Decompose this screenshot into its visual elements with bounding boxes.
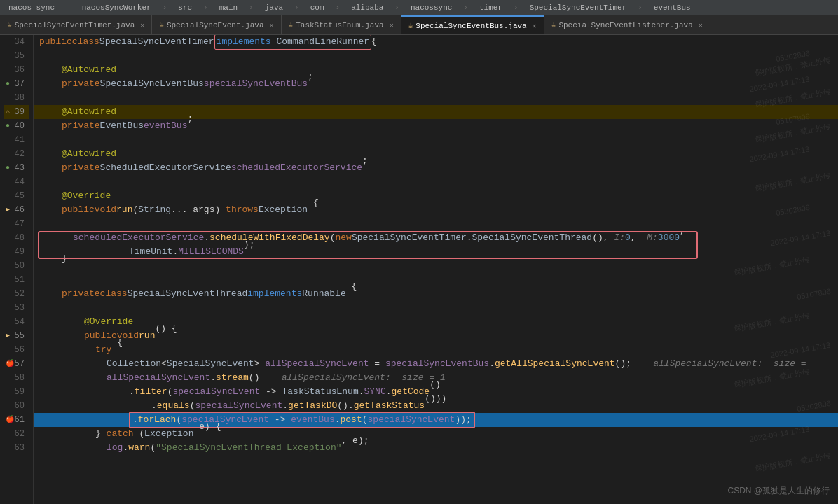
line-num-49: 49 xyxy=(4,245,29,259)
line-num-38: 38 xyxy=(4,91,29,105)
line-numbers: 34 35 36 ●37 38 ⚠39 ●40 41 42 ●43 44 45 … xyxy=(0,35,34,504)
code-line-55: public void run() { xyxy=(34,329,838,343)
code-line-37: private SpecialSyncEventBus specialSyncE… xyxy=(34,77,838,91)
line-num-60: 60 xyxy=(4,399,29,413)
tab-close-4[interactable]: ✕ xyxy=(699,21,703,29)
code-line-40: private EventBus eventBus; xyxy=(34,119,838,133)
line-num-61: 🍎61 xyxy=(4,413,29,427)
code-line-52: private class SpecialSyncEventThread imp… xyxy=(34,287,838,301)
nav-src[interactable]: src xyxy=(175,2,195,13)
tab-close-3[interactable]: ✕ xyxy=(533,22,537,30)
line-num-54: 54 xyxy=(4,315,29,329)
line-num-56: 56 xyxy=(4,343,29,357)
tab-special-sync-event[interactable]: ☕ SpecialSyncEvent.java ✕ xyxy=(152,15,281,34)
code-line-51 xyxy=(34,273,838,287)
line-num-44: 44 xyxy=(4,175,29,189)
code-line-36: @Autowired xyxy=(34,63,838,77)
nav-nacossync[interactable]: nacossync xyxy=(408,2,455,13)
code-line-38 xyxy=(34,91,838,105)
nav-com[interactable]: com xyxy=(308,2,327,13)
code-line-45: @Override xyxy=(34,189,838,203)
line-num-51: 51 xyxy=(4,273,29,287)
code-line-49: TimeUnit.MILLISECONDS); xyxy=(34,245,838,259)
line-num-58: 58 xyxy=(4,371,29,385)
line-num-36: 36 xyxy=(4,63,29,77)
nav-alibaba[interactable]: alibaba xyxy=(348,2,386,13)
line-num-37: ●37 xyxy=(4,77,29,91)
code-line-54: @Override xyxy=(34,315,838,329)
code-line-39: @Autowired xyxy=(34,105,838,119)
line-num-48: 48 xyxy=(4,231,29,245)
line-num-35: 35 xyxy=(4,49,29,63)
tab-special-sync-event-listener[interactable]: ☕ SpecialSyncEventListener.java ✕ xyxy=(544,15,710,34)
code-line-61: .forEach(specialSyncEvent -> eventBus.po… xyxy=(34,413,838,427)
line-num-39: ⚠39 xyxy=(4,105,29,119)
code-line-42: @Autowired xyxy=(34,147,838,161)
line-num-41: 41 xyxy=(4,133,29,147)
code-line-46: public void run(String... args) throws E… xyxy=(34,203,838,217)
line-num-40: ●40 xyxy=(4,119,29,133)
line-num-52: 52 xyxy=(4,287,29,301)
gutter-icon-40: ● xyxy=(6,119,10,133)
line-num-47: 47 xyxy=(4,217,29,231)
nav-timer[interactable]: timer xyxy=(476,2,505,13)
tab-close-1[interactable]: ✕ xyxy=(270,21,274,29)
gutter-icon-55: ▶ xyxy=(6,329,10,343)
gutter-icon-39: ⚠ xyxy=(6,105,10,119)
nav-main[interactable]: main xyxy=(217,2,240,13)
tab-bar: ☕ SpecialSyncEventTimer.java ✕ ☕ Special… xyxy=(0,15,838,35)
line-num-63: 63 xyxy=(4,441,29,455)
nav-java[interactable]: java xyxy=(262,2,286,13)
gutter-icon-61: 🍎 xyxy=(6,413,14,427)
nav-timer-class[interactable]: SpecialSyncEventTimer xyxy=(527,2,630,13)
code-content: public class SpecialSyncEventTimer imple… xyxy=(34,35,838,455)
line-num-50: 50 xyxy=(4,259,29,273)
code-line-50: } xyxy=(34,259,838,273)
line-num-62: 62 xyxy=(4,427,29,441)
code-line-48: scheduledExecutorService.scheduleWithFix… xyxy=(34,231,838,245)
tab-special-sync-event-timer[interactable]: ☕ SpecialSyncEventTimer.java ✕ xyxy=(0,15,152,34)
code-line-57: Collection<SpecialSyncEvent> allSpecialS… xyxy=(34,357,838,371)
line-num-57: 🍎57 xyxy=(4,357,29,371)
code-line-34: public class SpecialSyncEventTimer imple… xyxy=(34,35,838,49)
gutter-icon-46: ▶ xyxy=(6,203,10,217)
nav-nacos-sync-worker[interactable]: nacosSyncWorker xyxy=(79,2,154,13)
code-line-41 xyxy=(34,133,838,147)
code-area[interactable]: public class SpecialSyncEventTimer imple… xyxy=(34,35,838,504)
line-num-43: ●43 xyxy=(4,161,29,175)
code-line-44 xyxy=(34,175,838,189)
tab-close-2[interactable]: ✕ xyxy=(390,21,394,29)
line-num-59: 59 xyxy=(4,385,29,399)
code-line-62: } catch (Exception e) { xyxy=(34,427,838,441)
line-num-34: 34 xyxy=(4,35,29,49)
nav-event-bus[interactable]: eventBus xyxy=(651,2,694,13)
top-bar: nacos-sync - nacosSyncWorker › src › mai… xyxy=(0,0,838,15)
tab-task-status-enum[interactable]: ☕ TaskStatusEnum.java ✕ xyxy=(282,15,401,34)
bottom-credit: CSDN @孤独是人生的修行 xyxy=(727,485,830,497)
tab-close-0[interactable]: ✕ xyxy=(140,21,144,29)
gutter-icon-43: ● xyxy=(6,161,10,175)
code-line-43: private ScheduledExecutorService schedul… xyxy=(34,161,838,175)
nav-nacos-sync[interactable]: nacos-sync xyxy=(6,2,57,13)
line-num-46: ▶46 xyxy=(4,203,29,217)
gutter-icon-57: 🍎 xyxy=(6,357,14,371)
code-line-60: .equals(specialSyncEvent.getTaskDO().get… xyxy=(34,399,838,413)
line-num-55: ▶55 xyxy=(4,329,29,343)
code-line-35 xyxy=(34,49,838,63)
code-line-63: log.warn("SpecialSyncEventThread Excepti… xyxy=(34,441,838,455)
gutter-icon-37: ● xyxy=(6,77,10,91)
tab-special-sync-event-bus[interactable]: ☕ SpecialSyncEventBus.java ✕ xyxy=(401,15,544,34)
line-num-42: 42 xyxy=(4,147,29,161)
code-line-53 xyxy=(34,301,838,315)
code-line-56: try { xyxy=(34,343,838,357)
line-num-45: 45 xyxy=(4,189,29,203)
line-num-53: 53 xyxy=(4,301,29,315)
editor: 34 35 36 ●37 38 ⚠39 ●40 41 42 ●43 44 45 … xyxy=(0,35,838,504)
